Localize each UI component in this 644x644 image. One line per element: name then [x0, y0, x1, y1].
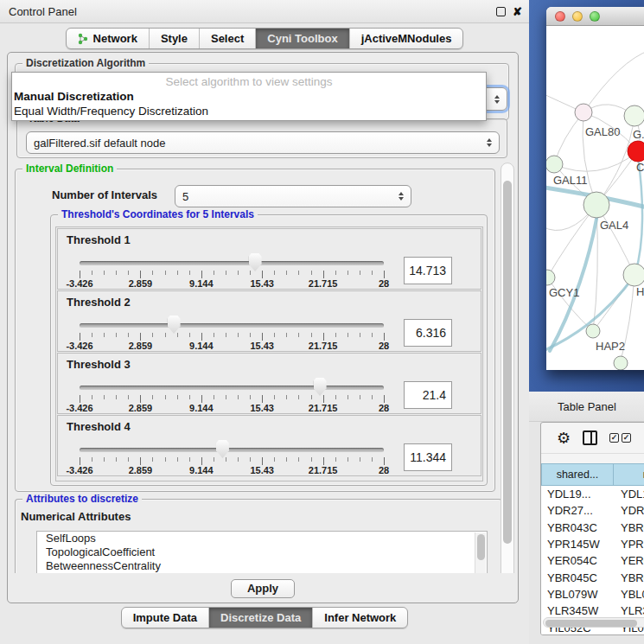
- tick-label: 2.859: [129, 465, 153, 475]
- table-row[interactable]: YDL19... YDL1: [541, 486, 644, 502]
- list-item[interactable]: TopologicalCoefficient: [37, 545, 487, 559]
- numerical-attributes-list[interactable]: SelfLoops TopologicalCoefficient Between…: [36, 531, 488, 574]
- node-red-selected[interactable]: [628, 141, 644, 162]
- number-of-intervals-value: 5: [182, 190, 188, 203]
- network-icon: [78, 33, 89, 45]
- slider-handle[interactable]: [249, 253, 262, 271]
- panel-scrollbar[interactable]: [501, 163, 514, 580]
- gear-icon[interactable]: ⚙: [557, 430, 571, 446]
- network-window-titlebar: [546, 7, 644, 26]
- tick-marks-major: [80, 395, 385, 403]
- node-gal4[interactable]: [583, 192, 609, 218]
- table-cell: YDR2: [614, 504, 644, 517]
- checkbox-icon[interactable]: ✓: [609, 433, 619, 443]
- list-item[interactable]: BetweennessCentrality: [37, 559, 487, 573]
- threshold-3-slider[interactable]: -3.426 2.859 9.144 15.43 21.715 28: [80, 354, 384, 415]
- node-hap2[interactable]: [586, 324, 600, 338]
- slider-handle[interactable]: [314, 378, 327, 396]
- minimize-traffic-light[interactable]: [572, 11, 583, 22]
- tick-label: 9.144: [189, 278, 214, 289]
- table-horizontal-scrollbar[interactable]: [543, 617, 644, 628]
- apply-row: Apply: [10, 573, 516, 602]
- tick-label: 28: [379, 465, 389, 475]
- table-horizontal-scrollbar-thumb[interactable]: [545, 620, 637, 627]
- tick-label: 9.144: [189, 403, 214, 413]
- float-window-icon[interactable]: [496, 7, 506, 16]
- list-scrollbar-thumb[interactable]: [477, 534, 485, 560]
- slider-handle[interactable]: [168, 316, 181, 334]
- tab-select[interactable]: Select: [200, 29, 256, 48]
- tab-select-label: Select: [211, 32, 244, 45]
- node-bottom[interactable]: [614, 356, 628, 370]
- tick-labels: -3.426 2.859 9.144 15.43 21.715 28: [80, 278, 384, 290]
- tab-jactivemnodules[interactable]: jActiveMNodules: [350, 29, 463, 48]
- columns-icon[interactable]: [583, 430, 597, 445]
- threshold-list: Threshold 1 -3.426 2.859 9.144: [55, 226, 483, 481]
- table-row[interactable]: YDR27... YDR2: [541, 502, 644, 519]
- threshold-4-slider[interactable]: -3.426 2.859 9.144 15.43 21.715 28: [80, 416, 384, 477]
- threshold-2-slider[interactable]: -3.426 2.859 9.144 15.43 21.715 28: [80, 291, 384, 353]
- control-panel-titlebar: Control Panel ✘: [0, 0, 529, 23]
- interval-definition-group: Interval Definition Number of Intervals …: [15, 169, 495, 492]
- close-traffic-light[interactable]: [555, 11, 565, 22]
- list-item[interactable]: SelfLoops: [37, 532, 487, 545]
- tick-label: 21.715: [309, 465, 338, 475]
- threshold-3-value-field[interactable]: 21.4: [404, 381, 452, 409]
- node-h[interactable]: [623, 264, 644, 286]
- table-header-row: shared... n...: [541, 463, 644, 486]
- threshold-4-value-field[interactable]: 11.344: [404, 443, 452, 471]
- tab-discretize-data-label: Discretize Data: [220, 611, 301, 624]
- apply-button[interactable]: Apply: [231, 579, 295, 598]
- zoom-traffic-light[interactable]: [590, 11, 600, 22]
- table-panel: Table Panel ⚙ ✓ ✓ shared... n... YDL19..…: [529, 392, 644, 644]
- table-cell: YBL0: [614, 588, 644, 601]
- algorithm-option-equal-width[interactable]: Equal Width/Frequency Discretization: [12, 104, 486, 118]
- node-table: shared... n... YDL19... YDL1 YDR27... YD…: [541, 463, 644, 635]
- tab-discretize-data[interactable]: Discretize Data: [209, 608, 313, 628]
- column-header-name[interactable]: n...: [614, 463, 644, 486]
- tab-cyni-toolbox[interactable]: Cyni Toolbox: [256, 29, 349, 48]
- algorithm-option-manual[interactable]: Manual Discretization: [12, 89, 486, 104]
- tick-label: 2.859: [129, 403, 153, 413]
- threshold-1-value-field[interactable]: 14.713: [404, 257, 452, 284]
- algorithm-placeholder: Select algorithm to view settings: [12, 73, 486, 89]
- panel-scrollbar-thumb[interactable]: [503, 181, 512, 544]
- tab-impute-data[interactable]: Impute Data: [122, 608, 209, 628]
- combo-stepper-icon: [494, 95, 500, 104]
- tick-label: 15.43: [250, 465, 274, 475]
- discretization-algorithm-group-label: Discretization Algorithm: [22, 57, 149, 69]
- node-label: HAP2: [596, 340, 625, 353]
- column-header-shared-name[interactable]: shared...: [541, 463, 614, 486]
- node-label: G.: [633, 128, 644, 141]
- threshold-1-slider[interactable]: -3.426 2.859 9.144 15.43 21.715 28: [80, 229, 384, 290]
- table-row[interactable]: YBL079W YBL0: [541, 586, 644, 603]
- slider-track: [80, 323, 384, 328]
- list-scrollbar[interactable]: [475, 532, 486, 574]
- tab-style[interactable]: Style: [150, 29, 200, 48]
- number-of-intervals-label: Number of Intervals: [52, 188, 157, 201]
- top-tab-bar: Network Style Select Cyni Toolbox jActiv…: [0, 28, 529, 49]
- table-row[interactable]: YPR145W YPR1: [541, 536, 644, 552]
- network-canvas[interactable]: GAL80 G. GAL11 GAL4 GCY1 H HAP2 C: [546, 26, 644, 370]
- threshold-3-panel: Threshold 3 -3.426 2.859 9.144: [57, 353, 481, 414]
- node-gal11[interactable]: [546, 156, 563, 173]
- table-data-combobox[interactable]: galFiltered.sif default node: [26, 131, 500, 154]
- tick-label: 15.43: [250, 278, 274, 289]
- table-row[interactable]: YBR043C YBR0: [541, 520, 644, 536]
- table-row[interactable]: YER054C YER0: [541, 552, 644, 569]
- tick-marks-major: [80, 457, 385, 465]
- threshold-2-value-field[interactable]: 6.316: [404, 319, 452, 347]
- table-row[interactable]: YBR045C YBR0: [541, 569, 644, 585]
- checkbox-icon[interactable]: ✓: [622, 433, 631, 443]
- node-gal80[interactable]: [575, 104, 592, 121]
- tab-network[interactable]: Network: [67, 29, 150, 48]
- tick-label: 21.715: [309, 341, 338, 351]
- slider-handle[interactable]: [216, 440, 229, 458]
- algorithm-dropdown-popup: Select algorithm to view settings Manual…: [11, 72, 487, 121]
- close-icon[interactable]: ✘: [513, 6, 522, 17]
- number-of-intervals-spinner[interactable]: 5: [175, 185, 411, 207]
- node-g[interactable]: [624, 105, 644, 126]
- combo-stepper-icon: [487, 138, 492, 147]
- node-gcy1[interactable]: [546, 270, 555, 285]
- tab-infer-network[interactable]: Infer Network: [313, 608, 407, 628]
